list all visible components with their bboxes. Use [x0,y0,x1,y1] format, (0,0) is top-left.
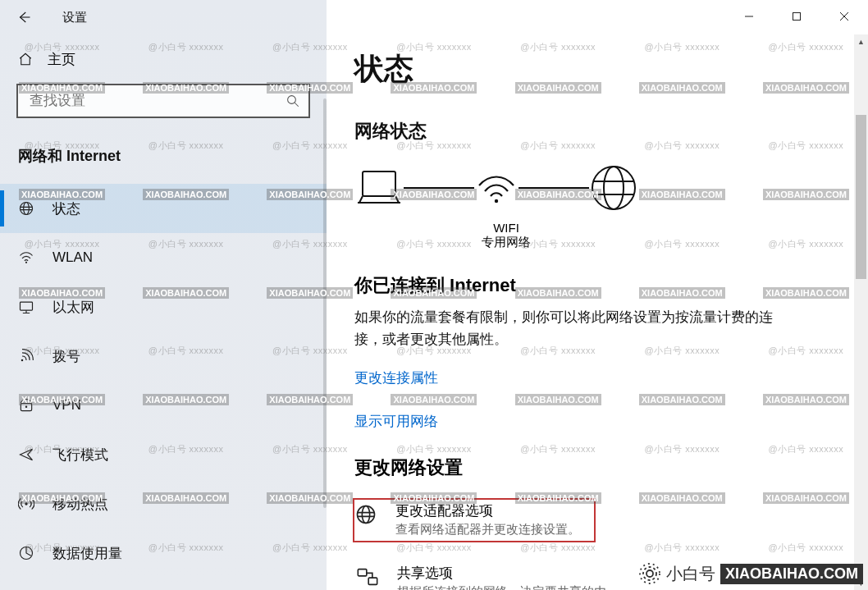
minimize-button[interactable] [725,0,773,33]
category-title: 网络和 Internet [0,133,327,184]
app-title: 设置 [62,10,87,25]
maximize-button[interactable] [773,0,820,33]
sidebar-item-label: 状态 [53,199,80,218]
option-desc: 查看网络适配器并更改连接设置。 [395,522,580,537]
svg-point-16 [362,506,369,524]
svg-point-14 [604,167,624,209]
brand-en: XIAOBAIHAO.COM [720,564,863,584]
svg-rect-4 [21,302,33,310]
brand-icon [638,562,661,585]
sidebar-item-ethernet[interactable]: 以太网 [0,282,327,332]
sidebar-item-dialup-icon [18,348,34,364]
network-name: WIFI [354,221,658,235]
svg-point-15 [358,506,375,524]
svg-point-1 [21,203,33,215]
close-button[interactable] [820,0,868,33]
option-title: 更改适配器选项 [395,501,580,520]
page-title: 状态 [354,49,868,89]
back-button[interactable] [7,0,41,34]
laptop-icon [354,167,404,209]
svg-point-19 [646,570,653,577]
svg-point-13 [592,167,635,209]
option-adapter-icon [354,501,377,526]
search-input[interactable] [30,93,286,109]
svg-rect-11 [363,172,395,196]
connected-title: 你已连接到 Internet [354,273,868,298]
sidebar-item-hotspot-icon [18,496,34,512]
titlebar: 设置 [0,0,327,34]
home-row[interactable]: 主页 [0,34,327,84]
svg-rect-10 [793,13,801,21]
scrollbar[interactable]: ▲ ▼ [854,34,868,590]
sidebar-item-label: 移动热点 [53,495,108,514]
sidebar-item-vpn-icon [18,397,34,414]
scroll-up-icon[interactable]: ▲ [854,34,868,48]
search-input-wrap[interactable] [16,84,310,118]
option-desc: 根据所连接到的网络，决定要共享的内 [397,584,606,590]
sidebar-item-status[interactable]: 状态 [0,184,327,233]
svg-point-12 [495,199,498,203]
svg-point-7 [25,405,28,408]
option-title: 共享选项 [397,564,606,583]
network-diagram [354,163,868,213]
sidebar-item-vpn[interactable]: VPN [0,381,327,430]
svg-rect-17 [358,569,367,576]
wifi-icon [474,169,519,207]
sidebar: 设置 主页 网络和 Internet 状态WLAN以太网拨号VPN飞行模式移动热… [0,0,327,590]
sidebar-item-wlan-icon [18,249,34,266]
search-icon [286,94,300,108]
sidebar-item-dialup[interactable]: 拨号 [0,332,327,381]
sidebar-item-wlan[interactable]: WLAN [0,233,327,282]
section-network-status: 网络状态 [354,119,868,144]
svg-point-0 [288,96,296,104]
home-label: 主页 [48,50,75,69]
change-settings-title: 更改网络设置 [354,455,868,480]
sidebar-item-status-icon [18,200,34,217]
sidebar-item-datausage[interactable]: 数据使用量 [0,528,327,578]
option-sharing-icon [356,564,379,588]
sidebar-item-hotspot[interactable]: 移动热点 [0,479,327,528]
sidebar-item-label: VPN [53,397,81,414]
sidebar-item-label: 拨号 [53,347,80,366]
home-icon [18,52,33,66]
scroll-thumb[interactable] [856,115,866,279]
svg-point-5 [21,359,24,362]
connected-desc: 如果你的流量套餐有限制，则你可以将此网络设置为按流量计费的连接，或者更改其他属性… [354,306,781,350]
link-change-props[interactable]: 更改连接属性 [354,368,868,387]
sidebar-item-label: 以太网 [53,298,94,317]
sidebar-item-label: WLAN [53,249,93,266]
sidebar-item-airplane-icon [18,446,34,463]
svg-point-20 [643,567,656,580]
link-show-available[interactable]: 显示可用网络 [354,412,868,431]
svg-point-8 [25,502,27,505]
option-adapter[interactable]: 更改适配器选项查看网络适配器并更改连接设置。 [353,498,596,542]
bottom-brand: 小白号 XIAOBAIHAO.COM [638,562,863,585]
sidebar-item-label: 飞行模式 [53,446,108,464]
sidebar-item-datausage-icon [18,545,34,561]
svg-point-2 [24,203,30,215]
sidebar-item-ethernet-icon [18,299,34,315]
content: ▲ ▼ 状态 网络状态 WIFI 专用网络 [327,0,868,590]
network-type: 专用网络 [354,235,658,250]
brand-cn: 小白号 [666,563,715,585]
svg-point-3 [25,262,27,263]
sidebar-item-airplane[interactable]: 飞行模式 [0,430,327,479]
svg-rect-18 [368,579,377,585]
sidebar-item-label: 数据使用量 [53,544,122,563]
globe-icon [589,163,638,213]
